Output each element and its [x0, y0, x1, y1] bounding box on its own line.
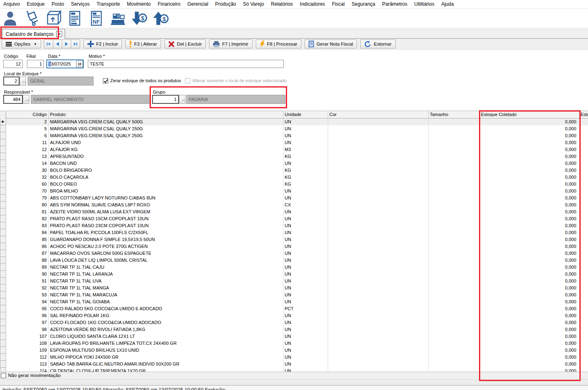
cell-estoque[interactable]: [579, 132, 588, 139]
cell-codigo[interactable]: 14: [6, 160, 49, 167]
table-row[interactable]: 112 MILHO PIPOCA YOKI 24X500 GR UN 0,000: [0, 354, 588, 361]
cell-produto[interactable]: MILHO PIPOCA YOKI 24X500 GR: [49, 354, 283, 361]
cell-tamanho[interactable]: [429, 229, 480, 236]
cell-produto[interactable]: PRATO PLAST RASO 23CM COPOPLAST 10UN: [49, 222, 283, 229]
cell-cor[interactable]: [328, 298, 429, 305]
cell-unidade[interactable]: UN: [283, 312, 328, 319]
cell-estoque[interactable]: [579, 368, 588, 372]
table-row[interactable]: 89 NECTAR TP 1L TIAL CAJU UN 0,000: [0, 264, 588, 271]
stock-box-icon[interactable]: [45, 10, 62, 27]
cell-estoque[interactable]: [579, 222, 588, 229]
cell-unidade[interactable]: UN: [283, 118, 328, 125]
cell-estoque[interactable]: [579, 298, 588, 305]
menu-item-arquivo[interactable]: Arquivo: [3, 1, 20, 7]
cell-codigo[interactable]: 108: [6, 340, 49, 347]
cell-estoque-coletado[interactable]: 0,000: [480, 181, 579, 188]
cell-tamanho[interactable]: [429, 160, 480, 167]
cell-produto[interactable]: SABAO TAB.BARRA GLIC.NEUTRO AMAR.INDIVID…: [49, 361, 283, 368]
cell-estoque[interactable]: [579, 146, 588, 153]
cell-cor[interactable]: [328, 257, 429, 264]
menu-item-parametros[interactable]: Parâmetros: [382, 1, 407, 7]
cell-tamanho[interactable]: [429, 347, 480, 354]
cell-tamanho[interactable]: [429, 333, 480, 340]
table-row[interactable]: 13 APRESUNTADO KG 0,000: [0, 153, 588, 160]
cell-cor[interactable]: [328, 361, 429, 368]
cell-tamanho[interactable]: [429, 305, 480, 312]
cell-estoque[interactable]: [579, 167, 588, 174]
cell-produto[interactable]: MARGARINA VEG.CREM.CSAL QUALY 500G: [49, 118, 283, 125]
cell-unidade[interactable]: KG: [283, 181, 328, 188]
cell-produto[interactable]: BOLO CAÇAROLA: [49, 174, 283, 181]
cell-estoque-coletado[interactable]: 0,000: [480, 125, 579, 132]
cell-produto[interactable]: ALFAJOR UND: [49, 139, 283, 146]
motivo-field[interactable]: TESTE: [88, 60, 284, 68]
cell-unidade[interactable]: UN: [283, 291, 328, 298]
cell-estoque-coletado[interactable]: 0,000: [480, 188, 579, 195]
cell-estoque[interactable]: [579, 229, 588, 236]
menu-item-gerencial[interactable]: Gerencial: [187, 1, 208, 7]
cell-produto[interactable]: BROA MILHO: [49, 188, 283, 195]
cell-estoque[interactable]: [579, 174, 588, 181]
money-out-icon[interactable]: $: [152, 10, 170, 27]
cell-codigo[interactable]: 84: [6, 229, 49, 236]
cell-codigo[interactable]: 91: [6, 278, 49, 285]
cell-cor[interactable]: [328, 250, 429, 257]
codigo-field[interactable]: 12: [3, 60, 23, 68]
cell-unidade[interactable]: UN: [283, 257, 328, 264]
cell-cor[interactable]: [328, 368, 429, 372]
cell-tamanho[interactable]: [429, 368, 480, 372]
grupo-lookup-button[interactable]: ...: [179, 95, 185, 104]
cell-cor[interactable]: [328, 174, 429, 181]
table-row[interactable]: 107 CLORO LIQUIDO SANTA CLARA 12X1 LT UN…: [0, 333, 588, 340]
cell-estoque-coletado[interactable]: 0,000: [480, 271, 579, 278]
table-row[interactable]: 30 BOLO BRIGADEIRO KG 0,000: [0, 167, 588, 174]
cell-produto[interactable]: ABS SYM NORMAL SUAVE C/ABAS L8P7 ROXO: [49, 202, 283, 208]
cell-tamanho[interactable]: [429, 312, 480, 319]
cell-estoque[interactable]: [579, 271, 588, 278]
cell-estoque-coletado[interactable]: 0,000: [480, 195, 579, 202]
table-row[interactable]: 5 MARGARINA VEG.CREM.CSAL QUALY 250G UN …: [0, 125, 588, 132]
cell-produto[interactable]: NECTAR TP 1L TIAL CAJU: [49, 264, 283, 271]
cell-codigo[interactable]: 85: [6, 236, 49, 243]
header-unidade[interactable]: Unidade: [283, 111, 328, 118]
cell-codigo[interactable]: 114: [6, 368, 49, 372]
menu-item-estoque[interactable]: Estoque: [27, 1, 45, 7]
cell-estoque-coletado[interactable]: 0,000: [480, 222, 579, 229]
cell-estoque[interactable]: [579, 347, 588, 354]
cell-estoque-coletado[interactable]: 0,000: [480, 291, 579, 298]
cell-estoque[interactable]: [579, 118, 588, 125]
cell-codigo[interactable]: 60: [6, 181, 49, 188]
cell-estoque-coletado[interactable]: 0,000: [480, 264, 579, 271]
cell-codigo[interactable]: 94: [6, 298, 49, 305]
cell-tamanho[interactable]: [429, 250, 480, 257]
table-row[interactable]: 79 ABS COTTONBABY LADY NOTURNO C/ABAS 8U…: [0, 195, 588, 202]
table-row[interactable]: 90 NECTAR TP 1L TIAL LARANJA UN 0,000: [0, 271, 588, 278]
cell-produto[interactable]: LAVA-ROUPAS PO BRILHANTE LIMPEZA TOT.CX …: [49, 340, 283, 347]
cell-codigo[interactable]: 109: [6, 347, 49, 354]
processar-button[interactable]: F8 | Processar: [256, 39, 302, 48]
cell-produto[interactable]: NECTAR TP 1L TIAL UVA: [49, 278, 283, 285]
cell-estoque-coletado[interactable]: 0,000: [480, 215, 579, 222]
cell-codigo[interactable]: 86: [6, 243, 49, 250]
cell-tamanho[interactable]: [429, 167, 480, 174]
cell-unidade[interactable]: UN: [283, 347, 328, 354]
cell-estoque[interactable]: [579, 291, 588, 298]
filial-field[interactable]: 1: [27, 60, 44, 68]
cell-unidade[interactable]: UN: [283, 333, 328, 340]
alterar-button[interactable]: F3 | Alterar: [125, 39, 161, 48]
cell-estoque-coletado[interactable]: 0,000: [480, 326, 579, 333]
cell-codigo[interactable]: 80: [6, 202, 49, 208]
cell-tamanho[interactable]: [429, 243, 480, 250]
menu-item-utilitarios[interactable]: Utilitários: [414, 1, 434, 7]
cell-estoque[interactable]: [579, 153, 588, 160]
cell-tamanho[interactable]: [429, 264, 480, 271]
table-row[interactable]: 114 CR.DENTAL CLOSE-UP TRIP.MENTA 1X70 G…: [0, 368, 588, 372]
header-tamanho[interactable]: Tamanho: [429, 111, 480, 118]
cell-produto[interactable]: NECTAR TP 1L TIAL LARANJA: [49, 271, 283, 278]
cell-estoque[interactable]: [579, 361, 588, 368]
cell-estoque[interactable]: [579, 195, 588, 202]
cell-unidade[interactable]: UN: [283, 264, 328, 271]
cell-estoque[interactable]: [579, 278, 588, 285]
cell-tamanho[interactable]: [429, 361, 480, 368]
cell-codigo[interactable]: 70: [6, 188, 49, 195]
